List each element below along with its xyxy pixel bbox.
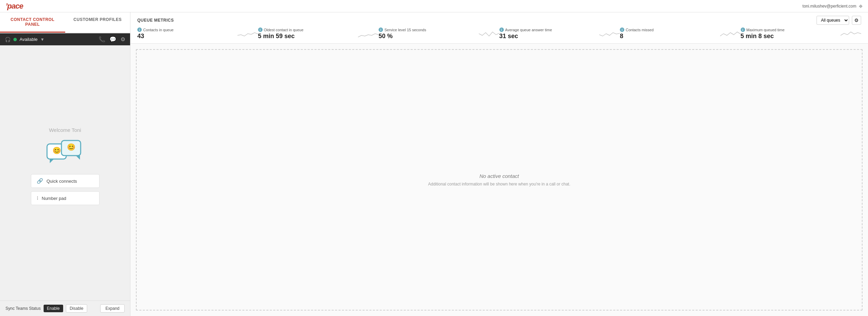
welcome-text: Welcome Toni	[49, 127, 81, 133]
chat-bubble-2: 😊	[61, 140, 83, 161]
metric-value-avg-answer-time: 31 sec	[499, 33, 617, 40]
metrics-row: i Contacts in queue 43 i Oldest contact …	[137, 27, 861, 40]
user-email: toni.milushev@perficient.com	[802, 4, 856, 9]
phone-icon[interactable]: 📞	[99, 36, 105, 43]
status-dot	[13, 38, 17, 41]
action-buttons: 🔗 Quick connects ⁝ Number pad	[31, 174, 100, 219]
sync-label: Sync Teams Status	[5, 306, 41, 311]
number-pad-icon: ⁝	[37, 195, 38, 201]
chat-illustration: 😊 😊	[46, 140, 84, 167]
tab-contact-control-panel[interactable]: CONTACT CONTROL PANEL	[0, 12, 65, 33]
expand-button[interactable]: Expand	[100, 304, 125, 313]
metric-label-contacts-missed: i Contacts missed	[620, 27, 737, 32]
metric-contacts-in-queue: i Contacts in queue 43	[137, 27, 258, 40]
welcome-area: Welcome Toni 😊 😊	[0, 45, 130, 301]
left-panel: CONTACT CONTROL PANEL CUSTOMER PROFILES …	[0, 12, 130, 316]
status-left: 🎧 Available ▼	[5, 37, 44, 42]
metric-value-service-level: 50 %	[379, 33, 496, 40]
logout-icon[interactable]: ⎆	[859, 3, 863, 9]
disable-button[interactable]: Disable	[66, 304, 87, 313]
quick-connects-label: Quick connects	[47, 179, 77, 184]
metric-max-queued-time: i Maximum queued time 5 min 8 sec	[741, 27, 861, 40]
svg-marker-2	[50, 159, 54, 163]
metric-oldest-contact: i Oldest contact in queue 5 min 59 sec	[258, 27, 379, 40]
metric-label-contacts-in-queue: i Contacts in queue	[137, 27, 255, 32]
panel-tabs: CONTACT CONTROL PANEL CUSTOMER PROFILES	[0, 12, 130, 33]
metric-avg-answer-time: i Average queue answer time 31 sec	[499, 27, 620, 40]
info-icon-1: i	[137, 27, 142, 32]
metric-label-max-queued-time: i Maximum queued time	[741, 27, 858, 32]
metric-label-service-level: i Service level 15 seconds	[379, 27, 496, 32]
tab-customer-profiles[interactable]: CUSTOMER PROFILES	[65, 12, 130, 33]
number-pad-label: Number pad	[42, 196, 67, 201]
metric-contacts-missed: i Contacts missed 8	[620, 27, 741, 40]
info-icon-5: i	[620, 27, 624, 32]
metric-value-oldest-contact: 5 min 59 sec	[258, 33, 375, 40]
metric-label-oldest-contact: i Oldest contact in queue	[258, 27, 375, 32]
no-contact-subtitle: Additional contact information will be s…	[428, 182, 570, 187]
svg-marker-5	[76, 156, 80, 160]
bottom-left: Sync Teams Status Enable Disable	[5, 304, 87, 313]
metric-label-avg-answer-time: i Average queue answer time	[499, 27, 617, 32]
app-logo: ’pace	[5, 2, 23, 11]
queue-metrics: QUEUE METRICS All queues ⚙ i Contacts in…	[130, 12, 868, 44]
quick-connects-button[interactable]: 🔗 Quick connects	[31, 174, 100, 188]
metric-value-contacts-missed: 8	[620, 33, 737, 40]
top-bar: ’pace toni.milushev@perficient.com ⎆	[0, 0, 868, 12]
status-bar: 🎧 Available ▼ 📞 💬 ⚙	[0, 33, 130, 45]
metric-value-max-queued-time: 5 min 8 sec	[741, 33, 858, 40]
user-info: toni.milushev@perficient.com ⎆	[802, 3, 863, 9]
sparkline-2	[358, 27, 379, 40]
queue-metrics-header: QUEUE METRICS All queues ⚙	[137, 16, 861, 25]
queue-select[interactable]: All queues	[817, 16, 849, 25]
chevron-down-icon[interactable]: ▼	[40, 37, 45, 42]
queue-settings-button[interactable]: ⚙	[852, 16, 861, 25]
queue-metrics-title: QUEUE METRICS	[137, 18, 174, 23]
info-icon-4: i	[499, 27, 504, 32]
sparkline-6	[841, 27, 861, 40]
no-contact-title: No active contact	[479, 173, 519, 179]
status-label[interactable]: Available	[20, 37, 38, 42]
queue-filter: All queues ⚙	[817, 16, 861, 25]
bottom-bar: Sync Teams Status Enable Disable Expand	[0, 301, 130, 316]
headset-icon: 🎧	[5, 37, 11, 42]
sparkline-1	[238, 27, 258, 40]
enable-button[interactable]: Enable	[44, 305, 63, 312]
svg-text:😊: 😊	[67, 143, 75, 151]
chat-icon[interactable]: 💬	[109, 36, 116, 43]
quick-connects-icon: 🔗	[37, 178, 43, 184]
sparkline-3	[479, 27, 499, 40]
metric-value-contacts-in-queue: 43	[137, 33, 255, 40]
info-icon-6: i	[741, 27, 745, 32]
settings-icon[interactable]: ⚙	[120, 36, 125, 43]
info-icon-3: i	[379, 27, 383, 32]
right-panel: QUEUE METRICS All queues ⚙ i Contacts in…	[130, 12, 868, 316]
metric-service-level: i Service level 15 seconds 50 %	[379, 27, 499, 40]
info-icon-2: i	[258, 27, 263, 32]
svg-text:😊: 😊	[52, 146, 61, 155]
sparkline-4	[599, 27, 620, 40]
number-pad-button[interactable]: ⁝ Number pad	[31, 191, 100, 205]
sparkline-5	[720, 27, 741, 40]
status-icons: 📞 💬 ⚙	[99, 36, 125, 43]
content-area: No active contact Additional contact inf…	[136, 49, 863, 311]
main-layout: CONTACT CONTROL PANEL CUSTOMER PROFILES …	[0, 12, 868, 316]
